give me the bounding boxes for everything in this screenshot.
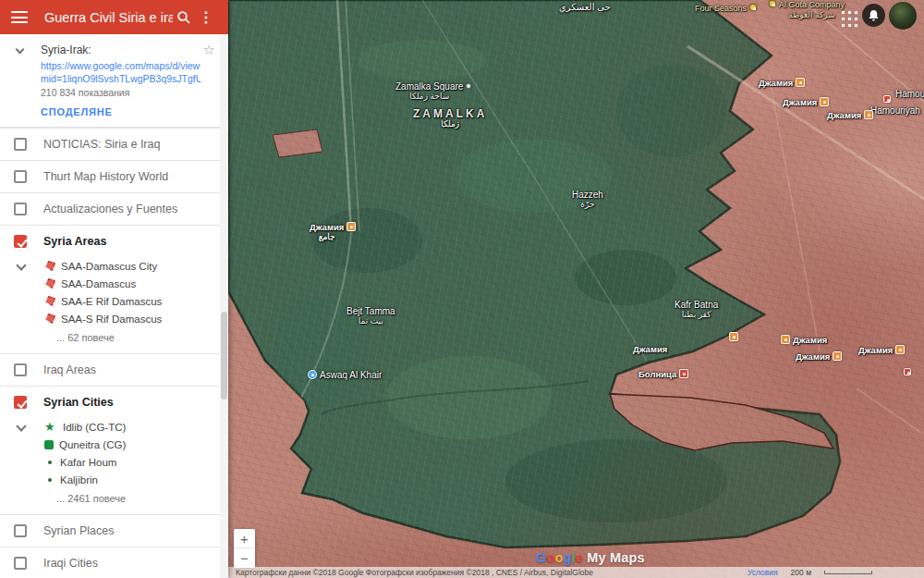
layer-row[interactable]: Thurt Map History World (0, 160, 228, 192)
map-label: Hamouriyah (870, 105, 920, 116)
layer-row[interactable]: ... 2461 повече (0, 488, 228, 508)
map-label-arabic: زملكا (441, 119, 459, 129)
map-label-text: حي العسكري (559, 2, 611, 12)
layer-row[interactable]: SAA-S Rif Damascus (0, 310, 228, 327)
poi-marker-icon[interactable] (781, 335, 790, 344)
poi-marker-icon[interactable] (895, 345, 905, 354)
map-label-text: Kafr Batna (675, 300, 718, 310)
chevron-down-icon[interactable] (16, 45, 25, 55)
layer-checkbox[interactable] (14, 363, 27, 376)
layer-label: SAA-S Rif Damascus (61, 314, 162, 325)
layer-checkbox[interactable] (14, 138, 27, 151)
layer-label: Idlib (CG-TC) (63, 422, 126, 433)
layer-row[interactable]: Kafar Houm (0, 453, 228, 471)
layer-label: Syrian Cities (43, 396, 114, 409)
layer-row[interactable]: Syrian Places (0, 514, 228, 547)
map-label-arabic: ساحة زملكا (409, 92, 449, 102)
map-label: Джамия (796, 351, 842, 362)
menu-hamburger-icon[interactable] (11, 11, 28, 23)
poi-marker-icon[interactable] (864, 110, 873, 119)
layer-checkbox[interactable] (14, 396, 27, 409)
layer-label: Quneitra (CG) (59, 439, 126, 450)
map-label: Hazzeh حزّة (572, 190, 603, 210)
layer-row[interactable]: Quneitra (CG) (0, 436, 228, 453)
map-label: Болница (638, 369, 688, 379)
map-short-name: Syria-Irak: (41, 43, 201, 56)
layer-label: ... 62 повече (56, 332, 115, 343)
map-label: Four Seasons (695, 4, 757, 14)
map-label-arabic: بيت تما (359, 316, 383, 326)
google-apps-grid-icon[interactable] (839, 8, 857, 27)
map-label: Джамия (633, 344, 667, 354)
map-label: Al Gota Company شركة الغوطة (769, 0, 845, 20)
layer-row[interactable]: NOTICIAS: Siria e Iraq (0, 128, 228, 160)
layer-row[interactable]: Idlib (CG-TC) (0, 418, 228, 436)
map-label-text: Aswaq Al Khair (320, 370, 382, 380)
poi-marker-icon[interactable] (729, 332, 738, 341)
map-label-text: Болница (638, 369, 676, 379)
map-label: Джамия جامع (310, 222, 356, 242)
layer-checkbox[interactable] (14, 203, 27, 215)
poi-marker-icon[interactable] (466, 83, 471, 89)
layer-row[interactable]: SAA-Damascus (0, 275, 228, 292)
layer-checkbox[interactable] (14, 557, 27, 570)
map-canvas[interactable]: Zamalka Square ساحة زملكا ZAMALKA زملكا (228, 0, 924, 578)
layer-row[interactable]: Actualizaciones y Fuentes (0, 192, 228, 225)
star-outline-icon[interactable]: ☆ (203, 42, 215, 58)
layer-row[interactable]: Iraqi Cities (0, 547, 228, 578)
map-share-link[interactable]: https://www.google.com/maps/d/viewer? (41, 59, 201, 72)
layer-checkbox[interactable] (14, 170, 27, 183)
poi-marker-icon[interactable] (883, 95, 891, 103)
poi-marker-icon[interactable] (679, 369, 688, 378)
map-label: Джамия (783, 97, 829, 107)
map-label-text: Джамия (633, 344, 667, 354)
layer-row[interactable]: Kaljibrin (0, 471, 228, 488)
poi-marker-icon[interactable] (820, 97, 829, 106)
map-title: Guerra Civil Siria e irak (44, 10, 173, 25)
layer-row[interactable]: SAA-E Rif Damascus (0, 292, 228, 310)
poi-marker-icon[interactable] (308, 370, 317, 379)
layer-item-icon (44, 440, 54, 449)
scrollbar-thumb[interactable] (221, 312, 227, 400)
map-label: Bejt Tamma بيت تما (346, 306, 395, 326)
layer-checkbox[interactable] (14, 524, 27, 537)
map-label: Kafr Batna كفر بطنا (675, 300, 718, 320)
map-label: Джамия (858, 345, 905, 355)
map-label (881, 95, 891, 103)
layer-row[interactable]: SAA-Damascus City (0, 257, 228, 275)
layer-row[interactable]: Syria Areas (0, 225, 228, 257)
map-label-text: Джамия (783, 97, 817, 107)
terms-link[interactable]: Условия (748, 568, 778, 577)
sidebar-scrollbar[interactable] (220, 34, 228, 578)
zoom-out-button[interactable]: − (234, 548, 255, 568)
layer-label: Iraq Areas (43, 363, 96, 376)
search-button[interactable] (173, 6, 195, 29)
poi-marker-icon[interactable] (749, 4, 757, 11)
overflow-menu-button[interactable]: ⋮ (195, 6, 217, 29)
poi-marker-icon[interactable] (796, 78, 805, 87)
poi-marker-icon[interactable] (346, 222, 356, 231)
zoom-in-button[interactable]: + (234, 529, 255, 548)
layer-label: Actualizaciones y Fuentes (43, 203, 177, 215)
map-share-link[interactable]: mid=1liqnO9lSvshTLwgPB3q9sJTgfUI&ll=3 (41, 72, 201, 85)
map-zoom-control: + − (234, 529, 255, 568)
map-label: Aswaq Al Khair (308, 370, 382, 380)
map-label-text: Four Seasons (695, 4, 747, 14)
poi-marker-icon[interactable] (769, 0, 776, 7)
view-count: 210 834 показвания (41, 87, 201, 98)
legend-panel: Guerra Civil Siria e irak ⋮ ☆ Syria-Irak… (0, 0, 228, 578)
poi-marker-icon[interactable] (904, 368, 911, 375)
map-label-text: Джамия (827, 110, 861, 120)
map-label: Джамия (781, 335, 827, 345)
layer-checkbox[interactable] (14, 235, 27, 248)
layer-row[interactable]: Iraq Areas (0, 353, 228, 386)
notifications-bell-button[interactable] (862, 4, 885, 27)
account-avatar[interactable] (889, 2, 917, 30)
map-label-text: ZAMALKA (413, 109, 487, 119)
poi-marker-icon[interactable] (833, 351, 842, 361)
share-button[interactable]: СПОДЕЛЯНЕ (41, 106, 201, 117)
layer-label: NOTICIAS: Siria e Iraq (43, 138, 160, 151)
layer-row[interactable]: Syrian Cities (0, 386, 228, 418)
scale-bar (824, 571, 872, 574)
layer-row[interactable]: ... 62 повече (0, 327, 228, 347)
